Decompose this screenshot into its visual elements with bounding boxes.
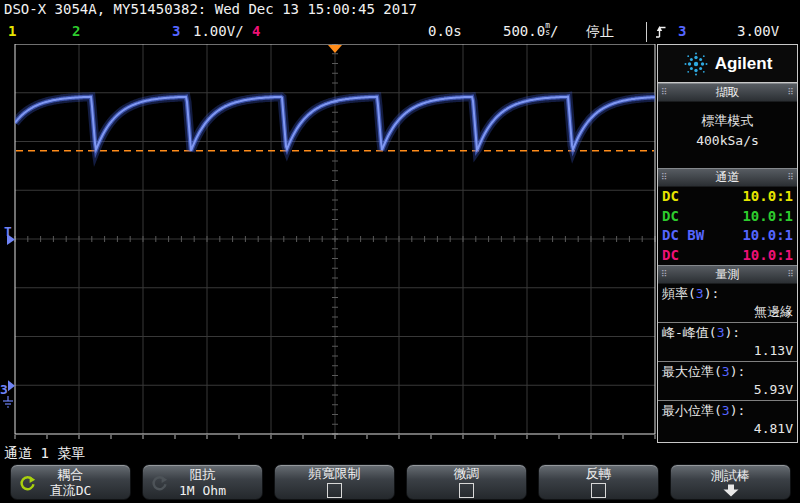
sample-rate: 400kSa/s: [658, 131, 797, 151]
acquire-info: 標準模式 400kSa/s: [658, 102, 797, 168]
measurement-value: 5.93V: [662, 381, 793, 398]
drag-grip-icon[interactable]: ⠿: [787, 88, 794, 97]
trigger-source[interactable]: 3: [678, 23, 686, 39]
drag-grip-icon[interactable]: ⠿: [661, 88, 668, 97]
measurement-item: 最大位準(3): 5.93V: [658, 362, 797, 401]
ch3-ground-marker-label: 3: [0, 382, 8, 397]
timebase: 500.0ms/: [503, 23, 558, 39]
down-arrow-icon: [719, 484, 743, 497]
ch2-indicator[interactable]: 2: [72, 23, 80, 39]
ch1-indicator[interactable]: 1: [8, 23, 16, 39]
softkey-label: 頻寬限制: [309, 466, 361, 481]
channel-coupling: DC BW: [662, 226, 704, 246]
oscilloscope-screen: T3 DSO-X 3054A, MY51450382: Wed Dec 13 1…: [0, 0, 800, 503]
softkey-checkbox[interactable]: [327, 483, 342, 498]
trigger-position-marker[interactable]: [328, 45, 342, 53]
channel-row[interactable]: DC 10.0:1: [658, 207, 797, 227]
channels-header-label: 通道: [716, 169, 740, 186]
drag-grip-icon[interactable]: ⠿: [661, 173, 668, 182]
softkey-1[interactable]: 耦合直流DC: [10, 464, 131, 500]
drag-grip-icon[interactable]: ⠿: [787, 173, 794, 182]
softkey-4[interactable]: 微調: [406, 464, 527, 500]
run-state: 停止: [586, 23, 614, 41]
channel-row[interactable]: DC BW 10.0:1: [658, 226, 797, 246]
menu-title: 通道 1 菜單: [4, 445, 85, 463]
status-bar: 1 2 3 1.00V/ 4 0.0s 500.0ms/ 停止 3 3.00V: [0, 20, 800, 44]
horizontal-delay: 0.0s: [428, 23, 462, 39]
channel-coupling: DC: [662, 187, 679, 207]
softkey-3[interactable]: 頻寬限制: [274, 464, 395, 500]
measure-header-label: 量測: [716, 266, 740, 283]
softkey-label: 反轉: [586, 466, 612, 481]
measurement-value: 無邊緣: [662, 303, 793, 320]
trigger-level[interactable]: 3.00V: [737, 23, 779, 39]
softkey-label: 微調: [454, 466, 480, 481]
softkey-label: 耦合: [58, 467, 84, 482]
measurement-value: 1.13V: [662, 342, 793, 359]
brand-name: Agilent: [715, 54, 773, 74]
softkey-menu: 耦合直流DC 阻抗1M Ohm頻寬限制微調反轉測試棒: [0, 464, 800, 502]
measurement-label: 最小位準(3):: [662, 402, 793, 420]
status-divider: [646, 22, 647, 42]
softkey-2[interactable]: 阻抗1M Ohm: [142, 464, 263, 500]
channel-coupling: DC: [662, 246, 679, 266]
ch3-ground-marker[interactable]: [8, 380, 15, 391]
measure-section-header[interactable]: ⠿ 量測 ⠿: [658, 265, 797, 284]
ch3-indicator[interactable]: 3: [172, 23, 180, 39]
softkey-checkbox[interactable]: [459, 483, 474, 498]
channel-probe-ratio: 10.0:1: [742, 246, 793, 266]
ch3-scale: 1.00V/: [193, 23, 244, 39]
acquire-section-header[interactable]: ⠿ 擷取 ⠿: [658, 83, 797, 102]
softkey-checkbox[interactable]: [591, 483, 606, 498]
rotate-knob-icon: [19, 475, 36, 492]
instrument-title: DSO-X 3054A, MY51450382: Wed Dec 13 15:0…: [4, 1, 417, 17]
measurement-list: 頻率(3): 無邊緣峰-峰值(3): 1.13V最大位準(3): 5.93V最小…: [658, 284, 797, 439]
measurement-label: 最大位準(3):: [662, 363, 793, 381]
measurement-label: 峰-峰值(3):: [662, 324, 793, 342]
softkey-5[interactable]: 反轉: [538, 464, 659, 500]
brand-header: Agilent: [658, 45, 797, 83]
channel-row[interactable]: DC 10.0:1: [658, 246, 797, 266]
softkey-value: 1M Ohm: [179, 483, 226, 498]
channels-section-header[interactable]: ⠿ 通道 ⠿: [658, 168, 797, 187]
measurement-label: 頻率(3):: [662, 285, 793, 303]
drag-grip-icon[interactable]: ⠿: [661, 270, 668, 279]
info-panel: Agilent ⠿ 擷取 ⠿ 標準模式 400kSa/s ⠿ 通道 ⠿ DC 1…: [657, 44, 798, 443]
softkey-label: 測試棒: [711, 468, 750, 483]
acquire-header-label: 擷取: [716, 84, 740, 101]
drag-grip-icon[interactable]: ⠿: [787, 270, 794, 279]
channel-probe-ratio: 10.0:1: [742, 226, 793, 246]
agilent-logo-icon: [683, 51, 709, 77]
measurement-item: 頻率(3): 無邊緣: [658, 284, 797, 323]
measurement-item: 峰-峰值(3): 1.13V: [658, 323, 797, 362]
measurement-value: 4.81V: [662, 420, 793, 437]
rotate-knob-icon: [151, 475, 168, 492]
softkey-value: 直流DC: [50, 483, 92, 498]
channel-probe-ratio: 10.0:1: [742, 187, 793, 207]
channel-coupling: DC: [662, 207, 679, 227]
acquire-mode: 標準模式: [658, 111, 797, 131]
softkey-6[interactable]: 測試棒: [670, 464, 791, 500]
ch4-indicator[interactable]: 4: [252, 23, 260, 39]
channel-settings-list: DC 10.0:1DC 10.0:1DC BW 10.0:1DC 10.0:1: [658, 187, 797, 265]
edge-trigger-icon: [655, 24, 667, 43]
softkey-label: 阻抗: [190, 467, 216, 482]
channel-probe-ratio: 10.0:1: [742, 207, 793, 227]
measurement-item: 最小位準(3): 4.81V: [658, 401, 797, 439]
channel-row[interactable]: DC 10.0:1: [658, 187, 797, 207]
